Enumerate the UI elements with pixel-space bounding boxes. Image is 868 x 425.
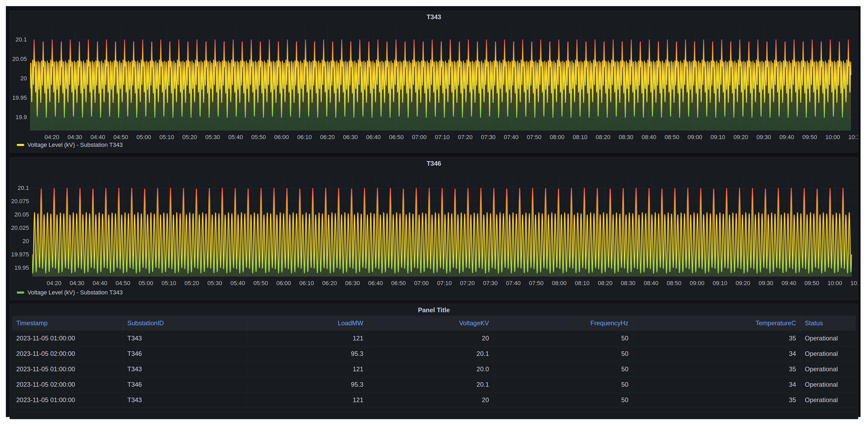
cell-temperaturec: 35 bbox=[633, 331, 800, 346]
table-row: 2023-11-05 01:00:00T34312120.05035Operat… bbox=[12, 361, 856, 377]
column-header-temperaturec[interactable]: TemperatureC bbox=[633, 316, 800, 331]
panel-title-t346[interactable]: T346 bbox=[10, 160, 858, 167]
table-row: 2023-11-05 02:00:00T34695.320.15034Opera… bbox=[12, 377, 856, 392]
column-header-loadmw[interactable]: LoadMW bbox=[247, 316, 368, 331]
y-axis-tick-label: 19.975 bbox=[10, 251, 29, 258]
time-series-chart-t343[interactable]: 20.120.052019.9519.904:2004:3004:4004:50… bbox=[10, 11, 858, 152]
x-axis-tick-label: 09:20 bbox=[728, 134, 753, 141]
column-header-frequencyhz[interactable]: FrequencyHz bbox=[493, 316, 633, 331]
x-axis-tick-label: 10:10 bbox=[843, 134, 859, 141]
x-axis-tick-label: 09:10 bbox=[708, 280, 732, 287]
chart-plot-area[interactable] bbox=[30, 27, 855, 131]
table-header-row: TimestampSubstationIDLoadMWVoltageKVFreq… bbox=[12, 316, 856, 331]
x-axis-tick-label: 05:50 bbox=[249, 280, 273, 287]
cell-loadmw: 121 bbox=[247, 361, 368, 377]
x-axis-tick-label: 09:00 bbox=[685, 280, 709, 287]
x-axis-tick-label: 04:40 bbox=[88, 280, 112, 287]
x-axis-tick-label: 05:20 bbox=[178, 134, 202, 141]
cell-timestamp: 2023-11-05 01:00:00 bbox=[12, 331, 123, 346]
table-row: 2023-11-05 01:00:00T343121205035Operatio… bbox=[12, 392, 856, 408]
x-axis-tick-label: 06:30 bbox=[340, 280, 365, 287]
x-axis-tick-label: 07:10 bbox=[430, 134, 455, 141]
x-axis-tick-label: 04:40 bbox=[86, 134, 110, 141]
x-axis-tick-label: 10:10 bbox=[846, 280, 859, 287]
column-header-substationid[interactable]: SubstationID bbox=[123, 316, 247, 331]
x-axis-tick-label: 06:50 bbox=[386, 280, 411, 287]
x-axis-tick-label: 07:30 bbox=[478, 280, 503, 287]
x-axis-tick-label: 10:00 bbox=[823, 280, 847, 287]
legend-t343[interactable]: Voltage Level (kV) - Substation T343 bbox=[17, 141, 123, 149]
x-axis-tick-label: 05:00 bbox=[133, 280, 158, 287]
panel-t343: T343 20.120.052019.9519.904:2004:3004:40… bbox=[9, 11, 858, 153]
column-header-timestamp[interactable]: Timestamp bbox=[12, 316, 123, 331]
cell-timestamp: 2023-11-05 02:00:00 bbox=[12, 346, 123, 361]
x-axis-tick-label: 06:10 bbox=[292, 134, 317, 141]
cell-loadmw: 95.3 bbox=[247, 346, 368, 361]
y-axis-tick-label: 20.075 bbox=[10, 198, 29, 205]
x-axis-tick-label: 07:40 bbox=[501, 280, 526, 287]
cell-frequencyhz: 50 bbox=[493, 361, 633, 377]
x-axis-tick-label: 07:40 bbox=[499, 134, 523, 141]
y-axis-tick-label: 20.1 bbox=[10, 36, 27, 43]
cell-voltagekv: 20.1 bbox=[368, 346, 493, 361]
cell-frequencyhz: 50 bbox=[493, 346, 633, 361]
x-axis-tick-label: 06:10 bbox=[294, 280, 319, 287]
cell-timestamp: 2023-11-05 01:00:00 bbox=[12, 361, 123, 377]
cell-substationid: T346 bbox=[123, 346, 247, 361]
x-axis-tick-label: 07:20 bbox=[453, 134, 477, 141]
x-axis-tick-label: 04:50 bbox=[111, 280, 135, 287]
x-axis-tick-label: 07:30 bbox=[476, 134, 500, 141]
cell-substationid: T343 bbox=[123, 331, 247, 346]
cell-temperaturec: 34 bbox=[633, 346, 800, 361]
panel-table: Panel Title TimestampSubstationIDLoadMWV… bbox=[9, 304, 858, 419]
y-axis-tick-label: 20.05 bbox=[10, 211, 29, 218]
cell-voltagekv: 20 bbox=[368, 331, 493, 346]
table-row-partial bbox=[12, 408, 856, 412]
x-axis-tick-label: 06:00 bbox=[271, 280, 296, 287]
cell-timestamp: 2023-11-05 01:00:00 bbox=[12, 392, 123, 408]
legend-series-label: Voltage Level (kV) - Substation T343 bbox=[27, 289, 123, 296]
column-header-status[interactable]: Status bbox=[800, 316, 856, 331]
y-axis-tick-label: 20 bbox=[10, 238, 29, 245]
cell-substationid: T343 bbox=[123, 392, 247, 408]
time-series-chart-t346[interactable]: 20.120.07520.0520.0252019.97519.9504:200… bbox=[10, 158, 858, 300]
cell-frequencyhz: 50 bbox=[493, 377, 633, 392]
x-axis-tick-label: 06:30 bbox=[338, 134, 363, 141]
x-axis-tick-label: 07:00 bbox=[407, 134, 432, 141]
legend-t346[interactable]: Voltage Level (kV) - Substation T343 bbox=[17, 289, 123, 296]
cell-status: Operational bbox=[800, 346, 856, 361]
x-axis-tick-label: 08:00 bbox=[545, 134, 569, 141]
x-axis-tick-label: 06:00 bbox=[269, 134, 294, 141]
x-axis-tick-label: 09:20 bbox=[731, 280, 755, 287]
table-row: 2023-11-05 01:00:00T343121205035Operatio… bbox=[12, 331, 856, 346]
x-axis-tick-label: 04:30 bbox=[65, 280, 89, 287]
x-axis-tick-label: 08:40 bbox=[639, 280, 663, 287]
cell-substationid: T343 bbox=[123, 361, 247, 377]
panel-title-table[interactable]: Panel Title bbox=[10, 306, 858, 314]
cell-frequencyhz: 50 bbox=[493, 392, 633, 408]
y-axis-tick-label: 19.9 bbox=[10, 114, 27, 121]
x-axis-tick-label: 06:20 bbox=[317, 280, 342, 287]
legend-series-swatch bbox=[17, 144, 24, 146]
x-axis-tick-label: 08:40 bbox=[637, 134, 661, 141]
y-axis-tick-label: 19.95 bbox=[10, 264, 29, 271]
cell-loadmw: 95.3 bbox=[247, 377, 368, 392]
cell-voltagekv: 20.1 bbox=[368, 377, 493, 392]
x-axis-tick-label: 06:20 bbox=[315, 134, 340, 141]
x-axis-tick-label: 08:20 bbox=[593, 280, 617, 287]
chart-plot-area[interactable] bbox=[32, 177, 855, 276]
table-row: 2023-11-05 02:00:00T34695.320.15034Opera… bbox=[12, 346, 856, 361]
column-header-voltagekv[interactable]: VoltageKV bbox=[368, 316, 493, 331]
panel-t346: T346 20.120.07520.0520.0252019.97519.950… bbox=[9, 157, 858, 300]
x-axis-tick-label: 06:40 bbox=[363, 280, 388, 287]
x-axis-tick-label: 04:30 bbox=[63, 134, 87, 141]
x-axis-tick-label: 09:30 bbox=[751, 134, 776, 141]
x-axis-tick-label: 09:40 bbox=[775, 134, 799, 141]
panel-title-t343[interactable]: T343 bbox=[10, 13, 858, 21]
legend-series-label: Voltage Level (kV) - Substation T343 bbox=[27, 141, 123, 149]
x-axis-tick-label: 05:40 bbox=[225, 280, 250, 287]
x-axis-tick-label: 05:10 bbox=[157, 280, 181, 287]
x-axis-tick-label: 09:40 bbox=[777, 280, 801, 287]
cell-status: Operational bbox=[800, 392, 856, 408]
x-axis-tick-label: 09:30 bbox=[753, 280, 778, 287]
